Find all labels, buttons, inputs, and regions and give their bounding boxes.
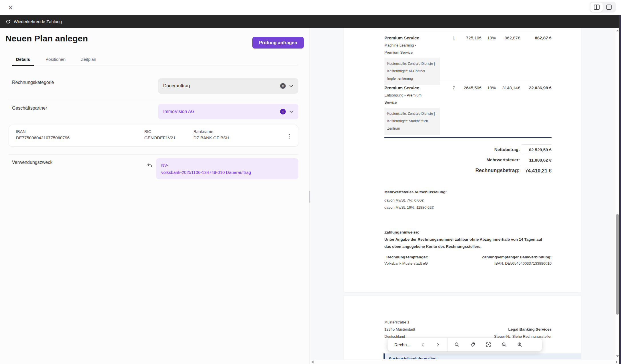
scroll-left-icon[interactable] — [312, 361, 314, 363]
recipient-label: Rechnungsempfänger: — [384, 255, 428, 259]
vat-breakdown-line: davon MwSt. 7%: 0,00€ — [384, 197, 447, 204]
net-label: Nettobetrag: — [494, 144, 520, 152]
partner-label: Geschäftspartner — [12, 106, 47, 111]
zoom-in-button[interactable] — [514, 339, 526, 350]
next-page-button[interactable] — [432, 339, 444, 350]
pdf-viewer-pane: Premium Service Machine Learning - Premi… — [310, 28, 615, 364]
single-view-button[interactable] — [603, 3, 615, 12]
payee-bank-value: IBAN: DE56545400337133886010 — [482, 261, 552, 266]
partner-select[interactable]: ImmoVision AG × — [158, 104, 298, 119]
payee-bank-label: Zahlungsempfänger Bankverbindung: — [482, 255, 552, 259]
clear-icon[interactable]: × — [280, 109, 286, 114]
vat-total-row: Mehrwertsteuer: 11.880,62 € — [384, 155, 552, 162]
fit-to-view-button[interactable] — [482, 339, 495, 350]
purpose-value-line1: NV- — [161, 162, 293, 169]
horizontal-scrollbar[interactable] — [310, 359, 619, 364]
payment-notes-title: Zahlungshinweise: — [384, 229, 542, 236]
item-name: Premium Service — [384, 35, 446, 40]
request-review-button[interactable]: Prüfung anfragen — [252, 37, 304, 49]
category-select[interactable]: Dauerauftrag × — [158, 78, 298, 94]
rotate-icon — [470, 342, 476, 348]
item-unit-price: 725,10€ — [460, 35, 482, 40]
iban-label: IBAN — [16, 129, 70, 134]
pdf-page-2: Musterstraße 1 12345 Musterstadt Deutsch… — [344, 296, 581, 364]
split-view-button[interactable] — [590, 3, 603, 12]
single-view-icon — [606, 5, 612, 10]
item-total: 862,87 € — [521, 35, 552, 40]
payment-notes-line: das oben angegebene Konto des Rechnungss… — [384, 243, 542, 250]
purpose-label: Verwendungszweck — [12, 160, 52, 165]
rotate-button[interactable] — [466, 339, 479, 350]
recipient-value: Volksbank Musterstadt eG — [384, 261, 428, 266]
item-tax-rate: 19% — [484, 85, 496, 90]
item-qty: 7 — [449, 85, 459, 90]
vertical-scrollbar[interactable] — [615, 28, 619, 364]
issuer-company: Legal Banking Services — [494, 326, 552, 333]
item-unit-price: 2645,50€ — [460, 85, 482, 90]
item-description: Entsorgung - Premium Service — [384, 92, 427, 106]
item-qty: 1 — [449, 35, 459, 40]
vat-breakdown-title: Mehrwertsteuer-Aufschlüsselung: — [384, 188, 447, 196]
grand-total-row: Rechnungsbetrag: 74.410,21 € — [384, 165, 552, 174]
tab-positionen[interactable]: Positionen — [41, 53, 69, 66]
pdf-page-1: Premium Service Machine Learning - Premi… — [344, 28, 581, 292]
grand-total-value: 74.410,21 € — [520, 165, 552, 174]
layout-toggle-group — [590, 2, 616, 13]
vat-value: 11.880,62 € — [522, 155, 552, 162]
search-button[interactable] — [451, 339, 463, 350]
previous-page-button[interactable] — [417, 339, 429, 350]
scroll-up-icon[interactable] — [616, 30, 619, 31]
tab-details[interactable]: Details — [12, 53, 34, 66]
divider — [9, 154, 298, 155]
address-line: 12345 Musterstadt — [384, 326, 415, 333]
partner-value: ImmoVision AG — [163, 109, 195, 114]
payment-notes: Zahlungshinweise: Unter Angabe der Rechn… — [384, 229, 542, 250]
toolbar-separator — [448, 338, 448, 351]
bankname-label: Bankname — [193, 129, 229, 134]
appbar: Wiederkehrende Zahlung — [0, 15, 621, 28]
net-value: 62.529,59 € — [522, 144, 552, 152]
vertical-scrollbar-thumb[interactable] — [616, 214, 619, 315]
vat-breakdown: Mehrwertsteuer-Aufschlüsselung: davon Mw… — [384, 188, 447, 211]
bankname-value: DZ BANK GF BSH — [193, 135, 229, 140]
bic-label: BIC — [144, 129, 175, 134]
zoom-out-icon — [501, 342, 507, 347]
close-icon[interactable]: ✕ — [7, 4, 14, 11]
invoice-totals: Nettobetrag: 62.529,59 € Mehrwertsteuer:… — [384, 144, 552, 176]
purpose-input[interactable]: NV- volksbank-20251106-134749-010 Dauera… — [156, 158, 298, 179]
scroll-right-icon[interactable] — [616, 361, 618, 363]
payee-bank: Zahlungsempfänger Bankverbindung: IBAN: … — [482, 255, 552, 266]
zoom-in-icon — [517, 342, 523, 347]
grand-total-label: Rechnungsbetrag: — [475, 165, 520, 174]
scroll-down-icon[interactable] — [616, 355, 619, 357]
bic-column: BIC GENODEF1V21 — [144, 129, 175, 140]
item-cost-note: Kostenstelle: Zentrale Dienste | Kostent… — [384, 58, 440, 85]
page-title: Neuen Plan anlegen — [5, 34, 88, 43]
chevron-down-icon[interactable] — [289, 83, 294, 89]
iban-value: DE77500604210775060796 — [16, 135, 70, 140]
purpose-value-line2: volksbank-20251106-134749-010 Dauerauftr… — [161, 169, 293, 176]
address-line: Musterstraße 1 — [384, 319, 415, 326]
bic-value: GENODEF1V21 — [144, 135, 175, 140]
viewer-toolbar: Rechn... — [388, 338, 542, 351]
category-label: Rechnungskategorie — [12, 80, 54, 85]
tab-zeitplan[interactable]: Zeitplan — [77, 53, 100, 66]
chevron-down-icon[interactable] — [289, 109, 294, 114]
chevron-left-icon — [420, 342, 426, 347]
plan-form-panel: Neuen Plan anlegen Prüfung anfragen Deta… — [0, 28, 310, 364]
undo-icon[interactable] — [146, 162, 153, 169]
titlebar: ✕ — [0, 0, 621, 15]
item-name: Premium Service — [384, 85, 446, 90]
clear-icon[interactable]: × — [280, 83, 286, 89]
invoice-total-rule — [384, 137, 552, 138]
invoice-item-row: Premium Service Entsorgung - Premium Ser… — [384, 82, 552, 135]
item-tax-amount: 3148,14€ — [498, 85, 520, 90]
net-total-row: Nettobetrag: 62.529,59 € — [384, 144, 552, 152]
kebab-menu-icon[interactable]: ⋮ — [285, 131, 293, 140]
category-value: Dauerauftrag — [163, 83, 190, 89]
document-label[interactable]: Rechn... — [394, 342, 417, 347]
refresh-icon — [6, 19, 11, 24]
zoom-out-button[interactable] — [498, 339, 510, 350]
split-view-icon — [594, 5, 600, 10]
iban-column: IBAN DE77500604210775060796 — [16, 129, 70, 140]
